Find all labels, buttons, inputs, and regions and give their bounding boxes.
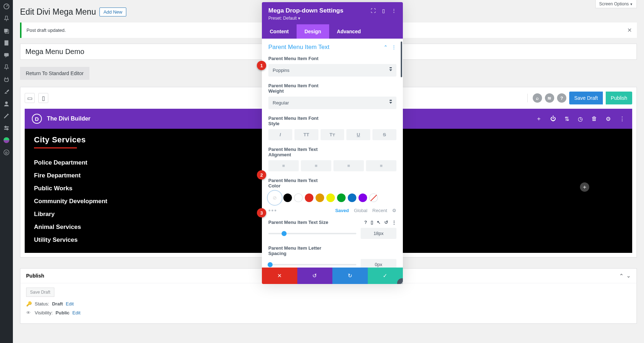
comments-icon[interactable] bbox=[3, 52, 10, 59]
font-select[interactable]: Poppins bbox=[268, 64, 396, 77]
gear-icon[interactable]: ⚙ bbox=[606, 116, 611, 122]
layers-icon[interactable]: ≋ bbox=[545, 93, 554, 103]
slider-thumb[interactable] bbox=[282, 231, 287, 236]
pin-icon-2[interactable] bbox=[3, 64, 10, 71]
plugins-icon[interactable] bbox=[3, 76, 10, 83]
text-size-value[interactable]: 18px bbox=[361, 228, 396, 239]
kebab-icon[interactable]: ⋮ bbox=[392, 220, 396, 225]
visibility-edit-link[interactable]: Edit bbox=[72, 310, 80, 315]
search-icon[interactable]: ⌕ bbox=[533, 93, 542, 103]
pages-icon[interactable] bbox=[3, 39, 10, 46]
kebab-icon[interactable]: ⋮ bbox=[391, 44, 396, 50]
swatch-none[interactable] bbox=[369, 193, 378, 202]
smallcaps-button[interactable]: Tᴛ bbox=[321, 129, 345, 140]
responsive-icon[interactable]: ⛶ bbox=[371, 8, 376, 14]
weight-label: Parent Menu Item Font Weight bbox=[268, 83, 329, 94]
swatch-white[interactable] bbox=[294, 193, 303, 202]
chevron-up-icon[interactable]: ⌃ bbox=[384, 44, 388, 50]
users-icon[interactable] bbox=[3, 100, 10, 107]
swatch-orange[interactable] bbox=[316, 193, 324, 202]
hover-icon[interactable]: ↖ bbox=[377, 220, 381, 225]
italic-button[interactable]: I bbox=[268, 129, 292, 140]
swatch-blue[interactable] bbox=[348, 193, 356, 202]
status-value: Draft bbox=[52, 301, 63, 307]
tab-design[interactable]: Design bbox=[297, 24, 329, 39]
color-tab-recent[interactable]: Recent bbox=[372, 208, 387, 213]
swatch-selected[interactable]: ⊘ bbox=[268, 191, 281, 204]
mobile-icon[interactable]: ▯ bbox=[371, 220, 373, 225]
power-icon[interactable]: ⏻ bbox=[550, 116, 556, 122]
tab-content[interactable]: Content bbox=[262, 24, 297, 39]
tab-advanced[interactable]: Advanced bbox=[329, 24, 369, 39]
status-edit-link[interactable]: Edit bbox=[66, 301, 74, 307]
tablet-icon[interactable]: ▯ bbox=[382, 8, 385, 14]
align-right-button[interactable]: ≡ bbox=[333, 160, 364, 171]
svg-text:D: D bbox=[5, 151, 8, 155]
visibility-label: Visibility: bbox=[35, 310, 53, 315]
add-new-button[interactable]: Add New bbox=[99, 8, 126, 16]
letter-spacing-slider[interactable] bbox=[268, 264, 356, 265]
color-tab-global[interactable]: Global bbox=[354, 208, 367, 213]
kebab-icon[interactable]: ⋮ bbox=[619, 116, 625, 122]
chevron-down-icon[interactable]: ⌄ bbox=[626, 273, 631, 279]
add-column-button[interactable]: ＋ bbox=[580, 182, 589, 192]
kebab-icon[interactable]: ⋮ bbox=[391, 8, 396, 14]
divi-d-icon[interactable]: D bbox=[3, 149, 10, 156]
notice-dismiss-icon[interactable]: ✕ bbox=[627, 27, 632, 34]
tools-icon[interactable] bbox=[3, 112, 10, 119]
panel-scrollbar[interactable] bbox=[401, 41, 402, 77]
dashboard-icon[interactable] bbox=[3, 3, 10, 10]
reset-icon[interactable]: ↺ bbox=[384, 220, 388, 225]
history-icon[interactable]: ◷ bbox=[578, 116, 583, 122]
save-draft-small-button[interactable]: Save Draft bbox=[26, 288, 54, 297]
align-center-button[interactable]: ≡ bbox=[301, 160, 331, 171]
settings-icon[interactable] bbox=[3, 124, 10, 132]
annotation-badge-2: 2 bbox=[257, 170, 266, 180]
letter-spacing-value[interactable]: 0px bbox=[361, 259, 396, 268]
section-title[interactable]: Parent Menu Item Text bbox=[268, 44, 330, 51]
color-tab-saved[interactable]: Saved bbox=[335, 208, 349, 213]
slider-thumb[interactable] bbox=[268, 262, 273, 267]
underline-button[interactable]: U bbox=[346, 129, 370, 140]
more-colors-icon[interactable]: ••• bbox=[268, 209, 277, 212]
preset-label[interactable]: Preset: Default ▾ bbox=[268, 16, 396, 21]
panel-header[interactable]: Mega Drop-down Settings ⛶ ▯ ⋮ Preset: De… bbox=[262, 2, 403, 24]
gear-icon[interactable]: ⚙ bbox=[392, 208, 396, 213]
divi-logo-icon[interactable] bbox=[3, 137, 10, 144]
text-size-slider[interactable] bbox=[268, 233, 356, 234]
weight-select[interactable]: Regular bbox=[268, 97, 396, 109]
strikethrough-button[interactable]: S bbox=[372, 129, 396, 140]
help-icon[interactable]: ? bbox=[364, 220, 367, 225]
media-icon[interactable] bbox=[3, 27, 10, 34]
style-label: Parent Menu Item Font Style bbox=[268, 116, 329, 126]
align-justify-button[interactable]: ≡ bbox=[366, 160, 396, 171]
return-standard-editor-button[interactable]: Return To Standard Editor bbox=[20, 67, 89, 80]
desktop-view-icon[interactable]: ▭ bbox=[25, 93, 35, 103]
close-button[interactable]: ✕ bbox=[262, 268, 297, 284]
uppercase-button[interactable]: TT bbox=[294, 129, 318, 140]
swap-icon[interactable]: ⇅ bbox=[565, 116, 569, 122]
publish-button[interactable]: Publish bbox=[606, 92, 632, 104]
heading-underline bbox=[34, 147, 77, 148]
undo-button[interactable]: ↺ bbox=[297, 268, 333, 284]
swatch-black[interactable] bbox=[283, 193, 292, 202]
mobile-view-icon[interactable]: ▯ bbox=[38, 93, 48, 103]
swatch-yellow[interactable] bbox=[326, 193, 335, 202]
redo-button[interactable]: ↻ bbox=[332, 268, 368, 284]
pin-icon[interactable] bbox=[3, 15, 10, 22]
align-left-button[interactable]: ≡ bbox=[268, 160, 299, 171]
annotation-badge-1: 1 bbox=[257, 61, 266, 70]
trash-icon[interactable]: 🗑 bbox=[591, 116, 597, 122]
appearance-icon[interactable] bbox=[3, 88, 10, 95]
add-icon[interactable]: ＋ bbox=[536, 115, 542, 123]
annotation-badge-3: 3 bbox=[257, 208, 266, 217]
swatch-green[interactable] bbox=[337, 193, 346, 202]
status-label: Status: bbox=[35, 301, 49, 307]
divi-logo-icon: D bbox=[32, 114, 42, 124]
help-icon[interactable]: ? bbox=[557, 93, 566, 103]
save-draft-button[interactable]: Save Draft bbox=[569, 92, 603, 104]
swatch-red[interactable] bbox=[305, 193, 313, 202]
swatch-purple[interactable] bbox=[358, 193, 367, 202]
chevron-up-icon[interactable]: ⌃ bbox=[619, 273, 624, 279]
panel-body: Parent Menu Item Text ⌃ ⋮ Parent Menu It… bbox=[262, 39, 403, 268]
